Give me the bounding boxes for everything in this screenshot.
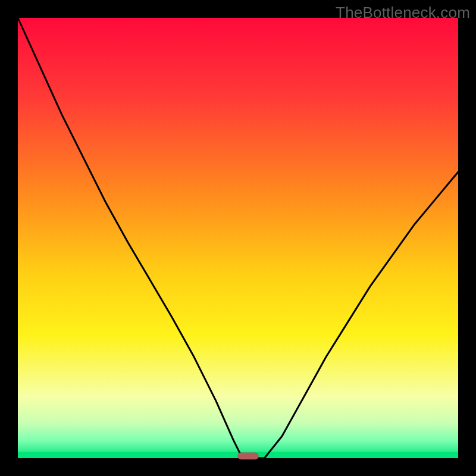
optimum-marker <box>237 452 259 459</box>
plot-background <box>18 18 458 458</box>
bottleneck-chart <box>0 0 476 476</box>
chart-container: TheBottleneck.com <box>0 0 476 476</box>
watermark-text: TheBottleneck.com <box>336 4 470 22</box>
